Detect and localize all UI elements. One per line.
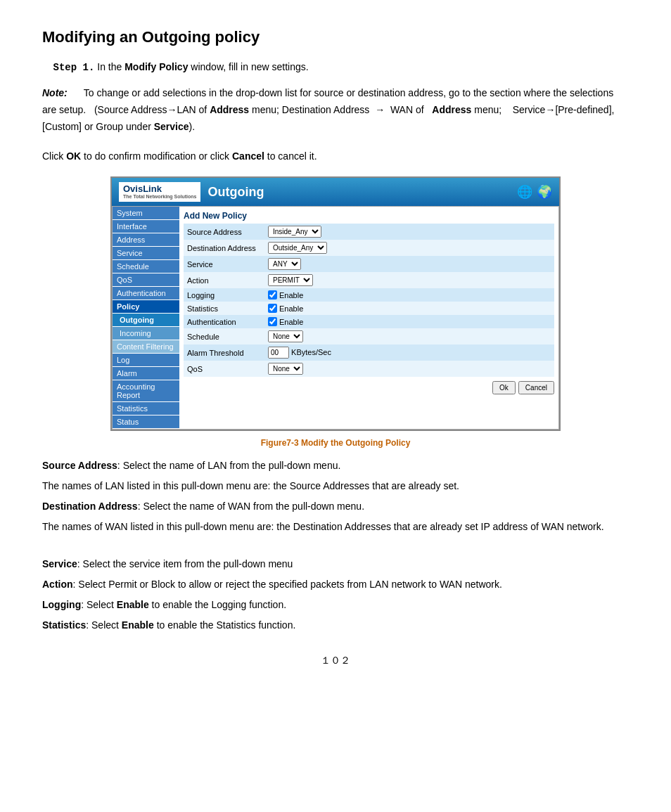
ok-button[interactable]: Ok bbox=[492, 381, 516, 394]
sidebar-item-policy[interactable]: Policy bbox=[113, 300, 179, 313]
page-number: １０２ bbox=[42, 655, 629, 667]
service-select[interactable]: ANY bbox=[268, 258, 301, 270]
sidebar-item-address[interactable]: Address bbox=[113, 233, 179, 246]
authentication-label: Authentication bbox=[184, 315, 264, 328]
schedule-label: Schedule bbox=[184, 328, 264, 344]
table-row: Source Address Inside_Any bbox=[184, 224, 554, 240]
logging-label: Logging bbox=[184, 288, 264, 302]
alarm-threshold-field[interactable]: KBytes/Sec bbox=[264, 344, 554, 361]
logging-section: Logging: Select Enable to enable the Log… bbox=[42, 597, 629, 613]
step1-label: Step 1. bbox=[53, 62, 95, 73]
click-ok-text: OK bbox=[66, 150, 81, 162]
form-area: Add New Policy Source Address Inside_Any bbox=[179, 207, 558, 429]
schedule-select[interactable]: None bbox=[268, 330, 303, 342]
action-section: Action: Select Permit or Block to allow … bbox=[42, 576, 629, 593]
alarm-threshold-label: Alarm Threshold bbox=[184, 344, 264, 361]
sidebar-item-service[interactable]: Service bbox=[113, 247, 179, 259]
sidebar-item-qos[interactable]: QoS bbox=[113, 273, 179, 286]
table-row: Action PERMIT bbox=[184, 272, 554, 288]
logging-enable-bold: Enable bbox=[117, 599, 149, 610]
table-row: Schedule None bbox=[184, 328, 554, 344]
action-field[interactable]: PERMIT bbox=[264, 272, 554, 288]
note-bold3: Service bbox=[154, 121, 189, 132]
logging-field[interactable]: Enable bbox=[264, 288, 554, 302]
note-bold2: Address bbox=[432, 104, 471, 115]
source-address-detail: The names of LAN listed in this pull-dow… bbox=[42, 478, 629, 494]
logging-checkbox[interactable] bbox=[268, 290, 277, 299]
qos-field[interactable]: None bbox=[264, 361, 554, 377]
sidebar-item-log[interactable]: Log bbox=[113, 354, 179, 366]
schedule-field[interactable]: None bbox=[264, 328, 554, 344]
screenshot-wrapper: OvisLink The Total Networking Solutions … bbox=[42, 176, 629, 431]
click-paragraph: Click OK to do confirm modification or c… bbox=[42, 148, 629, 164]
logging-enable-text: Enable bbox=[279, 291, 303, 299]
sidebar-item-interface[interactable]: Interface bbox=[113, 220, 179, 233]
ovis-header: OvisLink The Total Networking Solutions … bbox=[112, 178, 559, 206]
note-paragraph: Note: To change or add selections in the… bbox=[42, 85, 629, 135]
table-row: Statistics Enable bbox=[184, 302, 554, 315]
sidebar-item-authentication[interactable]: Authentication bbox=[113, 287, 179, 299]
statistics-bold: Statistics bbox=[42, 619, 86, 631]
ovis-logo-name: OvisLink bbox=[123, 184, 162, 194]
form-button-row: Ok Cancel bbox=[184, 381, 554, 394]
screenshot-box: OvisLink The Total Networking Solutions … bbox=[110, 176, 561, 431]
step1-bold: Modify Policy bbox=[124, 61, 188, 72]
source-address-bold: Source Address bbox=[42, 460, 117, 471]
step1-text2: window, fill in new settings. bbox=[188, 61, 308, 72]
note-label: Note: bbox=[42, 87, 68, 98]
service-bold: Service bbox=[42, 558, 77, 569]
ovis-title: Outgoing bbox=[207, 185, 264, 200]
destination-address-field[interactable]: Outside_Any bbox=[264, 240, 554, 256]
logging-checkbox-label: Enable bbox=[268, 290, 551, 299]
statistics-checkbox[interactable] bbox=[268, 304, 277, 313]
sidebar-item-incoming[interactable]: Incoming bbox=[113, 327, 179, 340]
table-row: Authentication Enable bbox=[184, 315, 554, 328]
statistics-section: Statistics: Select Enable to enable the … bbox=[42, 617, 629, 633]
qos-label: QoS bbox=[184, 361, 264, 377]
sidebar-item-schedule[interactable]: Schedule bbox=[113, 260, 179, 273]
action-bold: Action bbox=[42, 579, 73, 590]
sidebar-item-statistics[interactable]: Statistics bbox=[113, 402, 179, 415]
figure-caption: Figure7-3 Modify the Outgoing Policy bbox=[42, 438, 629, 448]
source-address-section: Source Address: Select the name of LAN f… bbox=[42, 458, 629, 474]
sidebar-item-accounting-report[interactable]: Accounting Report bbox=[113, 380, 179, 401]
authentication-field[interactable]: Enable bbox=[264, 315, 554, 328]
table-row: Logging Enable bbox=[184, 288, 554, 302]
step1-paragraph: Step 1. In the Modify Policy window, fil… bbox=[42, 59, 629, 75]
authentication-checkbox[interactable] bbox=[268, 317, 277, 326]
sidebar-item-alarm[interactable]: Alarm bbox=[113, 367, 179, 380]
destination-address-label: Destination Address bbox=[184, 240, 264, 256]
click-cancel-text: Cancel bbox=[232, 150, 264, 162]
action-select[interactable]: PERMIT bbox=[268, 274, 313, 286]
source-address-select[interactable]: Inside_Any bbox=[268, 226, 321, 238]
authentication-enable-text: Enable bbox=[279, 318, 303, 326]
cancel-button[interactable]: Cancel bbox=[518, 381, 554, 394]
statistics-field[interactable]: Enable bbox=[264, 302, 554, 315]
statistics-enable-text: Enable bbox=[279, 304, 303, 313]
qos-select[interactable]: None bbox=[268, 363, 303, 375]
note-bold1: Address bbox=[210, 104, 249, 115]
action-label: Action bbox=[184, 272, 264, 288]
destination-address-detail: The names of WAN listed in this pull-dow… bbox=[42, 519, 629, 535]
authentication-checkbox-label: Enable bbox=[268, 317, 551, 326]
sidebar-item-status[interactable]: Status bbox=[113, 415, 179, 428]
table-row: Destination Address Outside_Any bbox=[184, 240, 554, 256]
table-row: Service ANY bbox=[184, 256, 554, 272]
form-title: Add New Policy bbox=[184, 211, 554, 221]
destination-address-bold: Destination Address bbox=[42, 501, 138, 512]
step1-text: In the bbox=[94, 61, 124, 72]
source-address-label: Source Address bbox=[184, 224, 264, 240]
statistics-label: Statistics bbox=[184, 302, 264, 315]
globe-icon: 🌐 bbox=[517, 184, 532, 200]
statistics-enable-bold: Enable bbox=[122, 619, 154, 631]
source-address-field[interactable]: Inside_Any bbox=[264, 224, 554, 240]
sidebar-item-system[interactable]: System bbox=[113, 207, 179, 219]
alarm-threshold-input[interactable] bbox=[268, 347, 289, 359]
sidebar-item-content-filtering[interactable]: Content Filtering bbox=[113, 340, 179, 353]
statistics-checkbox-label: Enable bbox=[268, 304, 551, 313]
destination-address-select[interactable]: Outside_Any bbox=[268, 242, 327, 254]
destination-address-section: Destination Address: Select the name of … bbox=[42, 498, 629, 515]
service-field[interactable]: ANY bbox=[264, 256, 554, 272]
sidebar-item-outgoing[interactable]: Outgoing bbox=[113, 314, 179, 326]
service-section: Service: Select the service item from th… bbox=[42, 556, 629, 572]
